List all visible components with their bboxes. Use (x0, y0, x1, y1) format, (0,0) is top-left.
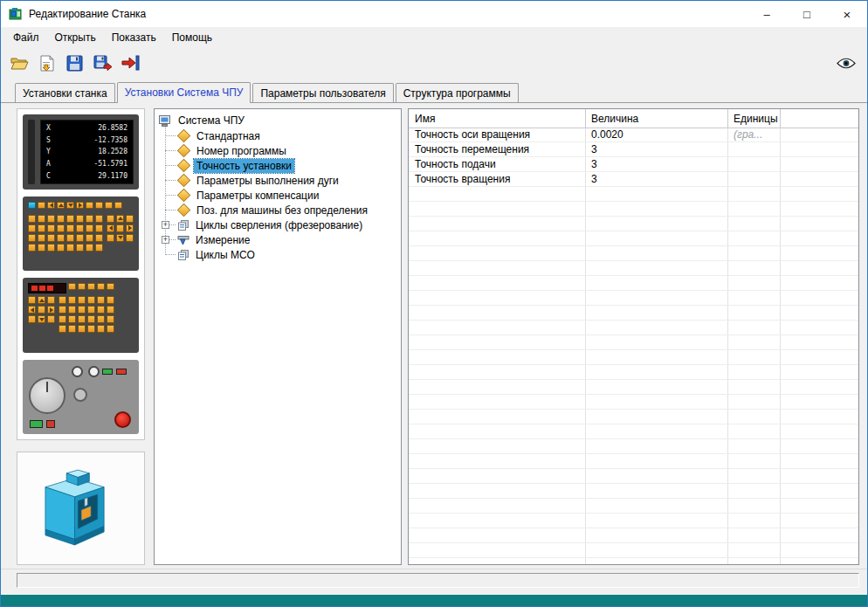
eye-icon (837, 58, 856, 69)
open-file-icon (10, 55, 29, 71)
tab-program-structure[interactable]: Структура программы (396, 83, 519, 102)
tree-item-drilling-cycles[interactable]: + Циклы сверления (фрезерование) (165, 217, 399, 232)
table-row[interactable]: Точность перемещения 3 (409, 142, 858, 157)
table-body: Точность оси вращения 0.0020 (гра... Точ… (409, 128, 858, 564)
operator-panel-image (23, 360, 139, 435)
tab-user-parameters[interactable]: Параметры пользователя (252, 83, 393, 102)
machine-preview-column: X26.8582 S-12.7358 Y18.2528 A-51.5791 C2… (17, 108, 145, 565)
selected-tree-item: Точность установки (194, 159, 294, 173)
cnc-settings-tree: Система ЧПУ Стандартная Номер программы … (154, 108, 402, 565)
toolbar (1, 48, 867, 78)
menu-show[interactable]: Показать (104, 29, 164, 46)
preview-button[interactable] (835, 52, 857, 74)
tab-machine-settings[interactable]: Установки станка (15, 83, 115, 102)
machine-image (32, 462, 130, 555)
window-title: Редактирование Станка (29, 8, 146, 20)
table-row[interactable]: Точность подачи 3 (409, 157, 858, 172)
parameters-table: Имя Величина Единицы Точность оси вращен… (408, 108, 859, 565)
menu-help[interactable]: Помощь (164, 29, 220, 46)
dro-display-image: X26.8582 S-12.7358 Y18.2528 A-51.5791 C2… (23, 114, 139, 190)
emergency-stop-illustration (114, 411, 131, 428)
save-button[interactable] (64, 52, 86, 74)
tree-item-compensation-parameters[interactable]: Параметры компенсации (165, 188, 399, 203)
column-header-value[interactable]: Величина (585, 113, 727, 125)
header-divider (727, 109, 728, 128)
tree-children: Стандартная Номер программы Точность уст… (165, 128, 399, 262)
tree-root-label: Система ЧПУ (176, 114, 247, 128)
diamond-icon (177, 129, 191, 143)
tab-cnc-system-settings[interactable]: Установки Система ЧПУ (117, 82, 251, 103)
expand-plus-icon[interactable]: + (162, 221, 169, 229)
export-icon (121, 55, 140, 71)
tree-item-standard[interactable]: Стандартная (165, 128, 399, 143)
expand-plus-icon[interactable]: + (162, 236, 169, 244)
table-header: Имя Величина Единицы (409, 109, 858, 128)
bottom-strip (1, 595, 867, 606)
table-row[interactable]: Точность оси вращения 0.0020 (гра... (409, 128, 858, 142)
minimize-button[interactable]: – (747, 1, 787, 27)
tree-item-machine-position[interactable]: Поз. для машины без определения (165, 203, 399, 217)
header-divider (585, 109, 586, 128)
column-header-units[interactable]: Единицы (727, 113, 780, 125)
tree-item-arc-parameters[interactable]: Параметры выполнения дуги (165, 173, 399, 188)
column-header-name[interactable]: Имя (409, 113, 585, 125)
tree-item-mco-cycles[interactable]: Циклы MCO (165, 247, 399, 262)
menu-open[interactable]: Открыть (47, 29, 104, 46)
cycles-icon (177, 220, 189, 231)
close-button[interactable]: × (827, 1, 867, 27)
status-area (1, 569, 867, 588)
status-bar (17, 573, 859, 588)
diamond-icon (177, 159, 191, 173)
cnc-system-icon (159, 115, 172, 127)
menu-file[interactable]: Файл (5, 29, 47, 46)
diamond-icon (177, 203, 191, 217)
menu-bar: Файл Открыть Показать Помощь (1, 27, 867, 48)
export-button[interactable] (120, 52, 141, 74)
tab-strip: Установки станка Установки Система ЧПУ П… (1, 80, 867, 103)
save-as-button[interactable] (92, 52, 114, 74)
keypad-panel-image-2 (23, 278, 139, 353)
diamond-icon (177, 189, 191, 203)
app-icon (9, 7, 23, 21)
feed-dial-illustration (29, 377, 65, 414)
tree-item-setup-precision[interactable]: Точность установки (165, 158, 399, 173)
diamond-icon (177, 144, 191, 158)
main-content: X26.8582 S-12.7358 Y18.2528 A-51.5791 C2… (1, 103, 867, 569)
dro-screen: X26.8582 S-12.7358 Y18.2528 A-51.5791 C2… (40, 120, 134, 184)
control-panel-images: X26.8582 S-12.7358 Y18.2528 A-51.5791 C2… (17, 108, 145, 440)
tree-item-program-number[interactable]: Номер программы (165, 143, 399, 158)
machine-image-box (17, 452, 145, 565)
save-icon (66, 55, 83, 72)
cycles-icon (177, 250, 189, 260)
import-icon (38, 55, 56, 72)
keypad-panel-image-1 (23, 197, 139, 272)
diamond-icon (177, 174, 191, 188)
save-as-icon (93, 55, 113, 72)
import-button[interactable] (36, 52, 58, 74)
maximize-button[interactable]: □ (787, 1, 827, 27)
led-readout (28, 283, 66, 293)
header-divider (780, 109, 781, 128)
app-window: Редактирование Станка – □ × Файл Открыть… (0, 0, 868, 607)
table-row[interactable]: Точность вращения 3 (409, 172, 858, 187)
title-bar: Редактирование Станка – □ × (1, 1, 867, 27)
measure-icon (177, 235, 189, 245)
tree-root-cnc-system[interactable]: Система ЧПУ (156, 113, 399, 128)
tree-item-measurement[interactable]: + Измерение (165, 232, 399, 247)
open-file-button[interactable] (8, 52, 30, 74)
